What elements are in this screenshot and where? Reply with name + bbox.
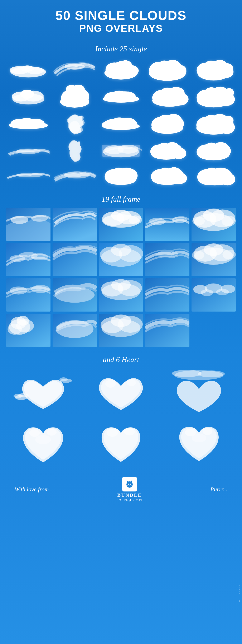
svg-point-195 (198, 370, 225, 377)
svg-point-114 (11, 216, 28, 224)
svg-point-142 (111, 244, 131, 256)
svg-point-125 (172, 217, 187, 223)
svg-point-212 (129, 485, 130, 486)
frame-item-2 (53, 208, 97, 241)
svg-point-66 (102, 121, 115, 129)
page-container: 50 SINGLE CLOUDS PNG OVERLAYS Include 25… (0, 0, 242, 644)
svg-point-151 (222, 250, 236, 260)
svg-point-136 (19, 252, 38, 258)
svg-point-90 (165, 142, 179, 152)
cloud-item-1 (6, 58, 50, 82)
heart-clouds-grid (6, 368, 236, 464)
cloud-item-3 (99, 58, 143, 82)
svg-point-10 (119, 60, 132, 71)
svg-point-150 (192, 251, 204, 260)
svg-point-29 (20, 90, 34, 98)
svg-point-167 (201, 290, 213, 296)
frame-item-6 (6, 243, 50, 276)
frame-item-4 (145, 208, 189, 241)
footer-section: With love from (6, 477, 236, 502)
cloud-item-13 (99, 111, 143, 136)
svg-point-202 (124, 428, 135, 436)
cloud-item-12 (53, 111, 97, 136)
frame-item-15 (192, 278, 236, 312)
frame-item-13 (99, 278, 143, 312)
svg-point-60 (69, 121, 80, 134)
brand-name: BUNDLE (117, 492, 142, 498)
svg-point-40 (120, 92, 134, 99)
svg-rect-152 (6, 278, 50, 312)
title-main: 50 SINGLE CLOUDS (55, 8, 187, 22)
title-sub: PNG OVERLAYS (55, 22, 187, 34)
svg-point-144 (156, 251, 178, 258)
frame-item-17 (53, 314, 97, 347)
svg-point-79 (224, 116, 234, 125)
cloud-item-5 (192, 58, 236, 82)
cloud-item-6 (6, 84, 50, 109)
svg-point-132 (192, 216, 205, 225)
cloud-item-2 (53, 58, 97, 82)
frame-item-19 (145, 314, 189, 347)
cloud-item-17 (53, 138, 97, 164)
footer-with-love: With love from (15, 486, 49, 493)
brand-logo: BUNDLE BOUTIQUE CAT (117, 477, 143, 502)
frame-item-16 (6, 314, 50, 347)
svg-point-35 (72, 85, 85, 94)
frame-item-14 (145, 278, 189, 312)
cloud-item-14 (145, 111, 189, 136)
svg-point-149 (204, 244, 223, 256)
heart-item-4 (6, 418, 80, 464)
svg-point-112 (205, 168, 219, 179)
svg-marker-208 (127, 480, 129, 482)
heart-item-2 (84, 368, 158, 414)
frame-item-10 (192, 243, 236, 276)
cloud-item-20 (192, 138, 236, 164)
cloud-item-22 (53, 166, 97, 186)
heart-item-1 (6, 368, 80, 414)
svg-point-96 (16, 173, 43, 178)
svg-point-84 (118, 145, 138, 154)
svg-point-168 (216, 289, 229, 295)
cloud-item-8 (99, 84, 143, 109)
cloud-item-24 (145, 166, 189, 186)
cloud-item-19 (145, 138, 189, 164)
svg-point-25 (221, 63, 233, 74)
cloud-item-15 (192, 111, 236, 136)
frame-item-8 (99, 243, 143, 276)
frame-item-1 (6, 208, 50, 241)
svg-point-101 (112, 168, 125, 178)
cloud-item-21 (6, 166, 50, 186)
cloud-item-16 (6, 138, 50, 164)
svg-point-124 (149, 218, 166, 225)
svg-point-115 (31, 215, 48, 222)
svg-point-59 (29, 119, 43, 125)
svg-point-131 (222, 216, 236, 226)
svg-point-191 (127, 380, 136, 386)
svg-point-211 (130, 484, 131, 484)
brand-logo-icon (122, 477, 137, 492)
svg-point-188 (59, 377, 68, 381)
cloud-item-23 (99, 166, 143, 186)
svg-point-161 (111, 279, 130, 291)
svg-point-111 (220, 173, 235, 185)
frame-item-11 (6, 278, 50, 312)
svg-point-121 (111, 210, 131, 221)
svg-point-181 (111, 314, 131, 327)
cloud-item-10 (192, 84, 236, 109)
svg-rect-163 (192, 278, 236, 312)
cloud-item-4 (145, 58, 189, 82)
title-section: 50 SINGLE CLOUDS PNG OVERLAYS (55, 8, 187, 34)
svg-point-197 (29, 430, 40, 437)
svg-point-46 (168, 87, 185, 98)
svg-point-206 (192, 434, 206, 442)
svg-point-210 (128, 484, 129, 484)
watermark: XURSN.COM (239, 585, 241, 602)
svg-point-107 (167, 167, 181, 177)
svg-point-18 (174, 65, 187, 75)
cloud-item-18 (99, 138, 143, 164)
svg-point-174 (17, 316, 29, 326)
cloud-item-7 (53, 84, 97, 109)
section-label-single: Include 25 single (95, 44, 147, 53)
svg-point-95 (213, 142, 229, 153)
heart-item-3 (162, 368, 236, 414)
